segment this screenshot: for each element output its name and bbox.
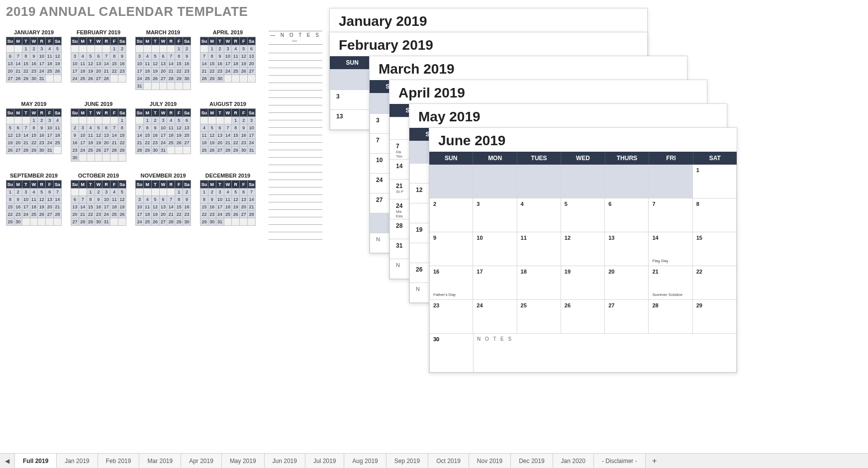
note-line[interactable] — [269, 98, 322, 105]
note-line[interactable] — [269, 150, 322, 158]
sheet-tab[interactable]: - Disclaimer - — [594, 454, 646, 468]
calendar-day-cell[interactable]: 17 — [473, 266, 517, 300]
june-notes-area[interactable]: N O T E S — [474, 334, 736, 372]
calendar-day-cell[interactable]: 16Father's Day — [429, 266, 473, 300]
dow-label: WED — [561, 152, 605, 165]
mini-month: MARCH 2019SuMTWRFSa.....1234567891011121… — [135, 29, 191, 90]
calendar-day-cell[interactable]: 3 — [473, 198, 517, 232]
calendar-day-cell[interactable]: 12 — [561, 232, 605, 266]
calendar-day-cell[interactable]: 10 — [473, 232, 517, 266]
tab-scroll-left-icon[interactable]: ◀ — [0, 454, 15, 468]
calendar-day-cell[interactable]: 18 — [517, 266, 561, 300]
calendar-day-cell[interactable]: 9 — [429, 232, 473, 266]
mini-month-title: AUGUST 2019 — [200, 101, 256, 108]
calendar-day-cell[interactable]: 7 — [649, 198, 692, 232]
note-line[interactable] — [269, 120, 322, 128]
note-line[interactable] — [269, 217, 322, 225]
note-line[interactable] — [269, 61, 322, 68]
calendar-day-cell[interactable]: 8 — [693, 198, 737, 232]
calendar-day-cell[interactable]: 2 — [429, 198, 473, 232]
note-line[interactable] — [269, 202, 322, 210]
sheet-tab[interactable]: Aug 2019 — [344, 454, 386, 468]
note-line[interactable] — [269, 165, 322, 173]
calendar-day-cell[interactable]: 14Flag Day — [649, 232, 692, 266]
calendar-day-cell[interactable]: 20 — [605, 266, 649, 300]
calendar-day-cell[interactable]: 6 — [605, 198, 649, 232]
mini-month: SEPTEMBER 2019SuMTWRFSa12345678910111213… — [6, 173, 62, 226]
calendar-day-cell[interactable] — [605, 165, 649, 198]
note-line[interactable] — [269, 195, 322, 202]
calendar-day-cell[interactable] — [517, 165, 561, 198]
calendar-day-cell[interactable]: 23 — [429, 300, 473, 334]
note-line[interactable] — [269, 83, 322, 91]
june-day-30[interactable]: 30 — [430, 334, 474, 372]
dow-label: FRI — [649, 152, 693, 165]
note-line[interactable] — [269, 76, 322, 83]
note-line[interactable] — [269, 68, 322, 76]
calendar-day-cell[interactable]: 21Summer Solstice — [649, 266, 692, 300]
calendar-day-cell[interactable]: 28 — [649, 300, 692, 334]
sheet-tab[interactable]: Jun 2019 — [265, 454, 305, 468]
sheet-tab[interactable]: Oct 2019 — [428, 454, 469, 468]
calendar-day-cell[interactable] — [649, 165, 692, 198]
sheet-tab[interactable]: Full 2019 — [15, 454, 57, 468]
note-line[interactable] — [269, 187, 322, 195]
notes-column: — N O T E S — — [269, 31, 322, 240]
note-line[interactable] — [269, 210, 322, 217]
sheet-tab[interactable]: Jan 2019 — [57, 454, 97, 468]
sheet-tab[interactable]: May 2019 — [222, 454, 265, 468]
dow-row: SUNMONTUESWEDTHURSFRISAT — [429, 152, 737, 165]
calendar-day-cell[interactable]: 29 — [693, 300, 737, 334]
calendar-day-cell[interactable] — [561, 165, 605, 198]
note-line[interactable] — [269, 135, 322, 143]
dow-label: TUES — [517, 152, 561, 165]
calendar-day-cell[interactable]: 4 — [517, 198, 561, 232]
calendar-day-cell[interactable] — [429, 165, 473, 198]
sheet-tab[interactable]: Dec 2019 — [511, 454, 553, 468]
mini-month: FEBRUARY 2019SuMTWRFSa.....1234567891011… — [71, 29, 126, 90]
note-line[interactable] — [269, 158, 322, 165]
mini-month: JANUARY 2019SuMTWRFSa..12345678910111213… — [6, 29, 62, 90]
calendar-day-cell[interactable]: 24 — [473, 300, 517, 334]
mini-month-title: MARCH 2019 — [135, 29, 191, 37]
sheet-tab[interactable]: Feb 2019 — [98, 454, 140, 468]
add-sheet-button[interactable]: + — [646, 454, 664, 468]
calendar-day-cell[interactable]: 26 — [561, 300, 605, 334]
calendar-day-cell[interactable]: 19 — [561, 266, 605, 300]
calendar-day-cell[interactable]: 27 — [605, 300, 649, 334]
notes-header: — N O T E S — — [269, 31, 322, 45]
note-line[interactable] — [269, 225, 322, 232]
note-line[interactable] — [269, 113, 322, 120]
note-line[interactable] — [269, 105, 322, 113]
sheet-tab[interactable]: Nov 2019 — [469, 454, 511, 468]
calendar-day-cell[interactable] — [473, 165, 517, 198]
annual-title: 2019 ANNUAL CALENDAR TEMPLATE — [6, 4, 324, 19]
sheet-tab[interactable]: Sep 2019 — [386, 454, 428, 468]
calendar-day-cell[interactable]: 25 — [517, 300, 561, 334]
note-line[interactable] — [269, 173, 322, 180]
calendar-day-cell[interactable]: 13 — [605, 232, 649, 266]
calendar-day-cell[interactable]: 11 — [517, 232, 561, 266]
sheet-tabstrip: ◀ Full 2019Jan 2019Feb 2019Mar 2019Apr 2… — [0, 453, 868, 468]
note-line[interactable] — [269, 53, 322, 61]
note-line[interactable] — [269, 128, 322, 135]
sheet-tab[interactable]: Jan 2020 — [553, 454, 594, 468]
note-line[interactable] — [269, 46, 322, 53]
calendar-day-cell[interactable]: 1 — [693, 165, 737, 198]
calendar-day-cell[interactable]: 5 — [561, 198, 605, 232]
event-label: Flag Day — [652, 259, 668, 263]
calendar-day-cell[interactable]: 15 — [693, 232, 737, 266]
dow-label: SUN — [429, 152, 473, 165]
mini-month-title: DECEMBER 2019 — [200, 173, 256, 180]
calendar-day-cell[interactable]: 22 — [693, 266, 737, 300]
mini-month: JULY 2019SuMTWRFSa.123456789101112131415… — [135, 101, 191, 162]
note-line[interactable] — [269, 232, 322, 240]
note-line[interactable] — [269, 180, 322, 187]
sheet-tab[interactable]: Jul 2019 — [305, 454, 344, 468]
note-line[interactable] — [269, 143, 322, 150]
sheet-tab[interactable]: Apr 2019 — [181, 454, 222, 468]
sheet-tab[interactable]: Mar 2019 — [139, 454, 181, 468]
dow-label: MON — [473, 152, 517, 165]
note-line[interactable] — [269, 91, 322, 98]
mini-month: NOVEMBER 2019SuMTWRFSa.....1234567891011… — [135, 173, 191, 226]
